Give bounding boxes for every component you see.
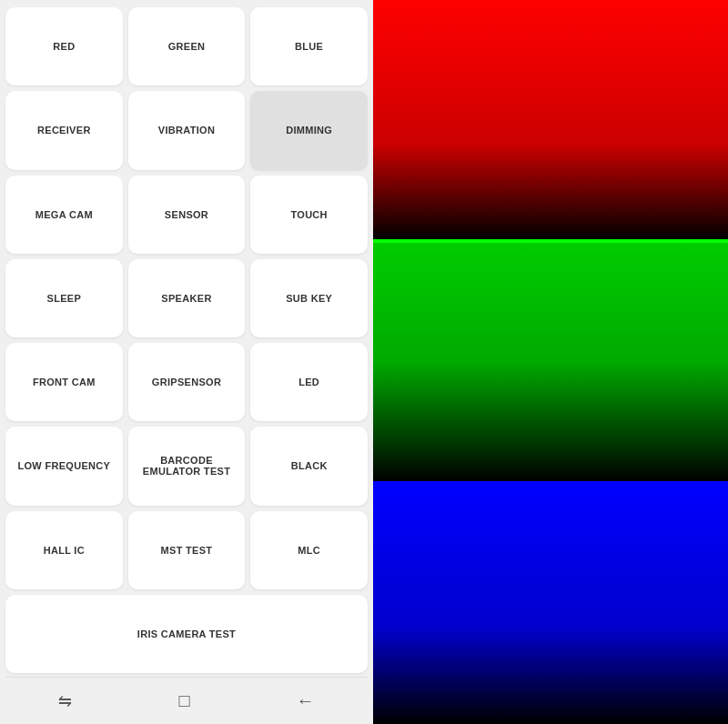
btn-front-cam[interactable]: FRONT CAM xyxy=(5,343,123,421)
btn-mlc[interactable]: MLC xyxy=(250,511,368,589)
back-icon[interactable]: ← xyxy=(297,690,315,711)
btn-sub-key[interactable]: SUB KEY xyxy=(250,259,368,337)
bottom-nav: ⇌ □ ← xyxy=(5,677,368,724)
btn-mst-test[interactable]: MST TEST xyxy=(128,511,246,589)
btn-vibration[interactable]: VIBRATION xyxy=(128,91,246,169)
btn-barcode-emulator[interactable]: BARCODEEMULATOR TEST xyxy=(128,427,246,505)
left-panel: RED GREEN BLUE RECEIVER VIBRATION DIMMIN… xyxy=(0,0,373,724)
btn-red[interactable]: RED xyxy=(5,7,123,85)
blue-color-display xyxy=(373,485,728,724)
home-icon[interactable]: □ xyxy=(178,690,189,711)
btn-dimming[interactable]: DIMMING xyxy=(250,91,368,169)
green-color-display xyxy=(373,243,728,482)
btn-iris-camera[interactable]: IRIS CAMERA TEST xyxy=(5,595,368,673)
red-color-display xyxy=(373,0,728,239)
color-display-panel xyxy=(373,0,728,724)
btn-touch[interactable]: TOUCH xyxy=(250,176,368,254)
btn-led[interactable]: LED xyxy=(250,343,368,421)
btn-receiver[interactable]: RECEIVER xyxy=(5,91,123,169)
recent-apps-icon[interactable]: ⇌ xyxy=(58,691,72,711)
btn-sensor[interactable]: SENSOR xyxy=(128,176,246,254)
btn-low-frequency[interactable]: LOW FREQUENCY xyxy=(5,427,123,505)
btn-mega-cam[interactable]: MEGA CAM xyxy=(5,176,123,254)
btn-gripsensor[interactable]: GRIPSENSOR xyxy=(128,343,246,421)
btn-black[interactable]: BLACK xyxy=(250,427,368,505)
btn-speaker[interactable]: SPEAKER xyxy=(128,259,246,337)
button-grid: RED GREEN BLUE RECEIVER VIBRATION DIMMIN… xyxy=(5,7,368,673)
btn-blue[interactable]: BLUE xyxy=(250,7,368,85)
btn-green[interactable]: GREEN xyxy=(128,7,246,85)
btn-sleep[interactable]: SLEEP xyxy=(5,259,123,337)
btn-hall-ic[interactable]: HALL IC xyxy=(5,511,123,589)
